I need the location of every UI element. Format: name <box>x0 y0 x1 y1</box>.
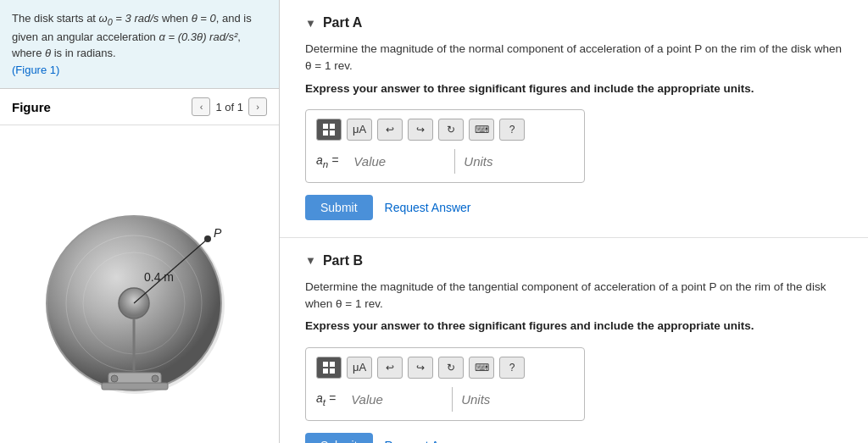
part-a-units-input[interactable] <box>455 149 557 174</box>
part-a-value-input[interactable] <box>345 149 455 174</box>
part-b-request-answer-link[interactable]: Request Answer <box>385 439 471 444</box>
part-a-header: ▼ Part A <box>305 15 843 30</box>
part-a-submit-button[interactable]: Submit <box>305 195 373 220</box>
part-b-toolbar: μA ↩ ↪ ↻ ⌨ ? <box>316 357 574 379</box>
svg-rect-6 <box>102 383 168 390</box>
svg-rect-20 <box>323 368 328 374</box>
figure-link[interactable]: (Figure 1) <box>12 64 59 76</box>
grid-icon-b <box>322 361 336 374</box>
part-a-section: ▼ Part A Determine the magnitude of the … <box>280 0 868 238</box>
part-a-input-row: an = <box>316 149 574 174</box>
part-b-grid-button[interactable] <box>316 357 342 379</box>
part-a-refresh-button[interactable]: ↻ <box>438 119 464 141</box>
part-b-redo-button[interactable]: ↪ <box>408 357 433 379</box>
part-a-request-answer-link[interactable]: Request Answer <box>385 201 471 214</box>
problem-text: The disk starts at ω0 = 3 rad/s when θ =… <box>12 12 252 76</box>
part-a-redo-button[interactable]: ↪ <box>408 119 433 141</box>
part-a-toolbar: μA ↩ ↪ ↻ ⌨ ? <box>316 119 574 141</box>
part-b-action-row: Submit Request Answer <box>305 433 843 444</box>
part-a-input-label: an = <box>316 153 338 169</box>
svg-point-8 <box>152 375 159 382</box>
part-a-collapse-arrow[interactable]: ▼ <box>305 17 316 30</box>
right-panel: ▼ Part A Determine the magnitude of the … <box>280 0 868 443</box>
disk-svg: P 0.4 m <box>34 203 246 398</box>
part-a-undo-button[interactable]: ↩ <box>377 119 403 141</box>
figure-image: P 0.4 m <box>0 125 279 443</box>
svg-point-11 <box>204 235 211 242</box>
part-b-input-row: at = <box>316 387 574 412</box>
svg-rect-15 <box>330 124 335 129</box>
svg-rect-17 <box>330 130 335 136</box>
part-b-instruction: Express your answer to three significant… <box>305 318 843 335</box>
part-b-section: ▼ Part B Determine the magnitude of the … <box>280 238 868 443</box>
figure-next-button[interactable]: › <box>248 97 267 116</box>
disk-container: P 0.4 m <box>34 203 246 398</box>
svg-rect-19 <box>330 362 335 367</box>
figure-count: 1 of 1 <box>215 101 243 114</box>
svg-rect-16 <box>323 130 328 136</box>
part-b-refresh-button[interactable]: ↻ <box>438 357 464 379</box>
part-a-mu-button[interactable]: μA <box>347 119 372 141</box>
figure-header: Figure ‹ 1 of 1 › <box>0 89 279 125</box>
part-b-title: Part B <box>323 253 363 269</box>
part-b-submit-button[interactable]: Submit <box>305 433 373 444</box>
part-a-keyboard-button[interactable]: ⌨ <box>469 119 494 141</box>
part-b-description: Determine the magnitude of the tangentia… <box>305 279 843 313</box>
svg-rect-21 <box>330 368 335 374</box>
part-a-answer-box: μA ↩ ↪ ↻ ⌨ ? an = <box>305 109 585 183</box>
figure-prev-button[interactable]: ‹ <box>192 97 210 116</box>
part-b-answer-box: μA ↩ ↪ ↻ ⌨ ? at = <box>305 347 585 421</box>
part-b-mu-button[interactable]: μA <box>347 357 372 379</box>
part-a-action-row: Submit Request Answer <box>305 195 843 220</box>
part-a-help-button[interactable]: ? <box>499 119 525 141</box>
svg-rect-18 <box>323 362 328 367</box>
part-b-help-button[interactable]: ? <box>499 357 525 379</box>
problem-statement: The disk starts at ω0 = 3 rad/s when θ =… <box>0 0 279 89</box>
part-b-collapse-arrow[interactable]: ▼ <box>305 254 316 267</box>
svg-text:P: P <box>214 226 222 240</box>
part-b-value-input[interactable] <box>342 387 453 412</box>
part-b-keyboard-button[interactable]: ⌨ <box>469 357 494 379</box>
part-b-header: ▼ Part B <box>305 253 843 269</box>
part-b-input-label: at = <box>316 391 336 407</box>
part-b-units-input[interactable] <box>453 387 554 412</box>
figure-title: Figure <box>12 100 51 114</box>
figure-nav: ‹ 1 of 1 › <box>192 97 267 116</box>
part-a-instruction: Express your answer to three significant… <box>305 80 843 97</box>
part-b-undo-button[interactable]: ↩ <box>377 357 403 379</box>
svg-rect-14 <box>323 124 328 129</box>
part-a-title: Part A <box>323 15 363 30</box>
part-a-description: Determine the magnitude of the normal co… <box>305 41 843 75</box>
part-a-grid-button[interactable] <box>316 119 342 141</box>
svg-point-7 <box>111 375 118 382</box>
left-panel: The disk starts at ω0 = 3 rad/s when θ =… <box>0 0 280 443</box>
grid-icon <box>322 123 336 136</box>
svg-text:0.4 m: 0.4 m <box>144 270 174 284</box>
